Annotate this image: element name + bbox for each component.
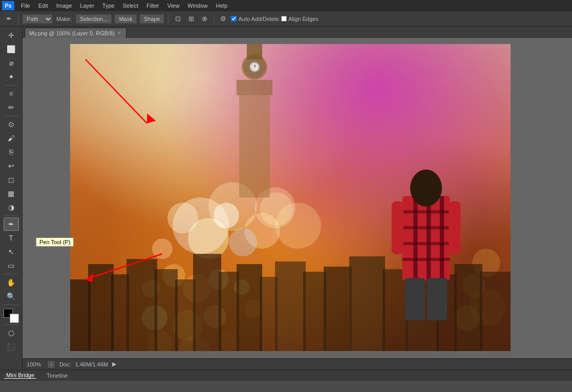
path-ops-icon[interactable]: ⊕ <box>199 13 210 25</box>
menu-edit[interactable]: Edit <box>35 2 52 10</box>
marquee-rect-tool[interactable]: ⬜ <box>4 42 19 56</box>
pen-tool-tooltip: Pen Tool (P) <box>36 237 74 247</box>
clone-stamp-tool[interactable]: ⎘ <box>4 145 19 159</box>
path-mode-select[interactable]: Path <box>22 14 53 24</box>
doc-label: Doc: <box>59 361 71 367</box>
menu-filter[interactable]: Filter <box>143 2 162 10</box>
svg-rect-4 <box>155 269 178 351</box>
menu-help[interactable]: Help <box>212 2 231 10</box>
svg-rect-3 <box>126 259 157 351</box>
selection-button[interactable]: Selection... <box>75 14 112 24</box>
menu-type[interactable]: Type <box>99 2 118 10</box>
pen-tool-icon[interactable]: ✒ <box>3 13 14 25</box>
shape-button[interactable]: Shape <box>139 14 165 24</box>
svg-rect-5 <box>175 279 196 351</box>
svg-rect-8 <box>237 264 262 351</box>
svg-rect-10 <box>275 262 306 351</box>
color-swatches[interactable] <box>4 309 19 323</box>
dodge-tool[interactable]: ◑ <box>4 201 19 214</box>
bottom-panel: Mini Bridge Timeline <box>0 369 572 381</box>
separator-1 <box>18 14 18 24</box>
svg-rect-6 <box>193 254 221 351</box>
menu-window[interactable]: Window <box>184 2 211 10</box>
auto-add-delete-checkbox[interactable] <box>231 16 237 21</box>
status-info-icon[interactable]: i <box>47 360 55 368</box>
history-brush-tool[interactable]: ↩ <box>4 159 19 172</box>
options-toolbar: ✒ Path Make: Selection... Mask Shape ⊡ ⊞… <box>0 11 572 27</box>
gradient-tool[interactable]: ▦ <box>4 187 19 200</box>
align-left-icon[interactable]: ⊡ <box>172 13 183 25</box>
move-tool[interactable]: ✛ <box>4 29 19 42</box>
mask-button[interactable]: Mask <box>114 14 137 24</box>
person-silhouette <box>390 164 462 323</box>
quick-mask-tool[interactable]: ⬡ <box>4 326 19 340</box>
align-edges-label[interactable]: Align Edges <box>281 16 319 22</box>
hand-tool[interactable]: ✋ <box>4 276 19 289</box>
svg-rect-27 <box>392 201 404 254</box>
svg-rect-11 <box>303 272 326 351</box>
svg-rect-1 <box>88 264 114 351</box>
menu-select[interactable]: Select <box>119 2 142 10</box>
tool-sep-4 <box>4 274 18 274</box>
svg-rect-13 <box>349 256 385 351</box>
main-area: ✛ ⬜ ⌀ ✦ ⌗ ✏ ⊙ 🖌 ⎘ ↩ ◻ ▦ ◑ ✒ T ↖ ▭ ✋ 🔍 ⬡ … <box>0 27 572 369</box>
auto-add-delete-label[interactable]: Auto Add/Delete <box>231 16 279 22</box>
tool-sep-2 <box>4 116 18 116</box>
status-arrow[interactable]: ▶ <box>112 361 116 367</box>
svg-rect-0 <box>70 279 91 351</box>
separator-2 <box>168 14 168 24</box>
svg-rect-12 <box>324 267 352 351</box>
crop-tool[interactable]: ⌗ <box>4 87 19 100</box>
settings-icon[interactable]: ⚙ <box>218 13 229 25</box>
doc-value: 1.46M/1.46M <box>75 361 108 367</box>
tool-sep-3 <box>4 215 18 216</box>
separator-3 <box>214 14 214 24</box>
timeline-tab[interactable]: Timeline <box>45 373 70 379</box>
menu-bar: Ps File Edit Image Layer Type Select Fil… <box>0 0 572 11</box>
tab-close-button[interactable]: × <box>118 30 121 36</box>
svg-rect-30 <box>405 278 425 320</box>
eraser-tool[interactable]: ◻ <box>4 173 19 186</box>
lasso-tool[interactable]: ⌀ <box>4 56 19 70</box>
zoom-tool[interactable]: 🔍 <box>4 290 19 303</box>
eyedropper-tool[interactable]: ✏ <box>4 101 19 114</box>
tool-sep-5 <box>4 304 18 305</box>
align-center-icon[interactable]: ⊞ <box>185 13 197 25</box>
menu-image[interactable]: Image <box>53 2 76 10</box>
svg-rect-31 <box>427 278 447 320</box>
path-select-tool[interactable]: ↖ <box>4 245 19 258</box>
pen-tool[interactable]: ✒ <box>4 217 19 231</box>
svg-rect-28 <box>449 201 460 254</box>
zoom-level: 100% <box>27 361 41 367</box>
magic-wand-tool[interactable]: ✦ <box>4 70 19 83</box>
status-bar: 100% i Doc: 1.46M/1.46M ▶ <box>23 358 572 369</box>
rectangle-tool[interactable]: ▭ <box>4 259 19 272</box>
background-color[interactable] <box>10 314 19 323</box>
screen-mode-tool[interactable]: ⬛ <box>4 340 19 354</box>
mini-bridge-tab[interactable]: Mini Bridge <box>4 372 36 379</box>
menu-layer[interactable]: Layer <box>76 2 98 10</box>
tools-panel: ✛ ⬜ ⌀ ✦ ⌗ ✏ ⊙ 🖌 ⎘ ↩ ◻ ▦ ◑ ✒ T ↖ ▭ ✋ 🔍 ⬡ … <box>0 27 23 369</box>
svg-rect-18 <box>480 272 511 351</box>
canvas-image: 🕐 <box>70 44 511 351</box>
type-tool[interactable]: T <box>4 231 19 245</box>
align-edges-checkbox[interactable] <box>281 16 287 21</box>
tool-sep-6 <box>4 324 18 325</box>
clock-tower: 🕐 <box>239 64 270 198</box>
menu-file[interactable]: File <box>17 2 34 10</box>
tab-bar: My.png @ 100% (Layer 0, RGB/8) × <box>23 27 572 38</box>
svg-rect-2 <box>111 274 129 351</box>
svg-rect-7 <box>219 272 239 351</box>
menu-view[interactable]: View <box>164 2 183 10</box>
tool-sep-1 <box>4 85 18 85</box>
canvas-area: My.png @ 100% (Layer 0, RGB/8) × <box>23 27 572 369</box>
brush-tool[interactable]: 🖌 <box>4 132 19 145</box>
svg-rect-9 <box>260 277 278 351</box>
spot-healing-tool[interactable]: ⊙ <box>4 118 19 131</box>
document-tab[interactable]: My.png @ 100% (Layer 0, RGB/8) × <box>25 28 126 38</box>
make-label: Make: <box>56 16 72 22</box>
tab-title: My.png @ 100% (Layer 0, RGB/8) <box>29 30 115 36</box>
canvas-wrapper[interactable]: 🕐 <box>23 38 572 358</box>
svg-point-29 <box>410 169 442 206</box>
ps-logo: Ps <box>2 1 14 10</box>
